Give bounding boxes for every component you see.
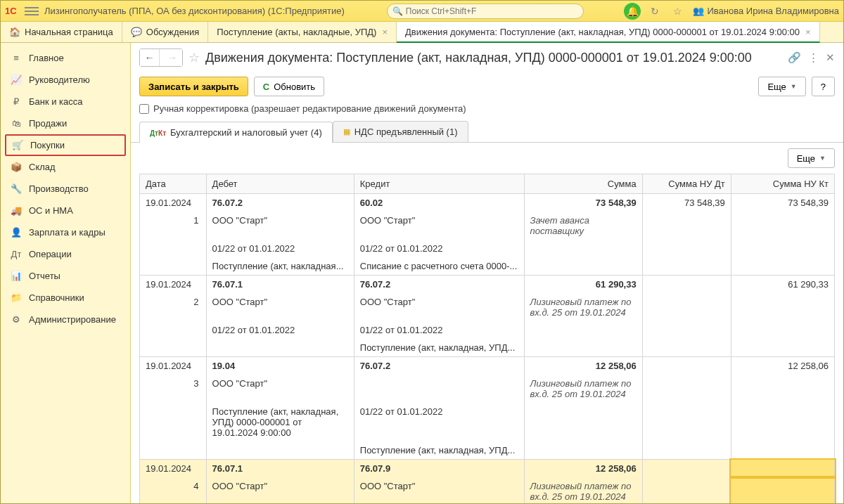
cell-sum-note: Зачет аванса поставщику xyxy=(524,212,642,240)
table-row[interactable]: 1ООО "Старт"ООО "Старт"Зачет аванса пост… xyxy=(140,212,835,240)
table-row[interactable]: 19.01.202476.07.260.0273 548,3973 548,39… xyxy=(140,194,835,212)
sidebar-item[interactable]: 📈Руководителю xyxy=(1,69,130,91)
tab-close-icon[interactable]: × xyxy=(382,27,388,37)
column-header[interactable]: Сумма НУ Кт xyxy=(731,174,834,194)
sidebar-item-icon: 📁 xyxy=(11,292,22,303)
cell-empty xyxy=(731,339,834,357)
column-header[interactable]: Дата xyxy=(140,174,207,194)
column-header[interactable]: Кредит xyxy=(354,174,524,194)
cell-debit-detail: ООО "Старт" xyxy=(206,375,354,403)
favorite-icon[interactable]: ☆ xyxy=(669,3,686,20)
cell-debit-detail: Поступление (акт, накладная, УПД) 0000-0… xyxy=(206,403,354,441)
table-row[interactable]: 19.01.202476.07.176.07.261 290,3361 290,… xyxy=(140,276,835,294)
tab-label: Обсуждения xyxy=(146,27,200,37)
app-tab[interactable]: Движения документа: Поступление (акт, на… xyxy=(397,22,820,43)
cell-empty xyxy=(731,212,834,240)
movements-grid[interactable]: ДатаДебетКредитСуммаСумма НУ ДтСумма НУ … xyxy=(139,174,835,503)
link-icon[interactable]: 🔗 xyxy=(788,51,801,64)
cell-empty xyxy=(642,212,731,240)
cell-debit-detail xyxy=(206,339,354,357)
sidebar-item-icon: ≡ xyxy=(11,53,22,63)
sidebar-item[interactable]: 📊Отчеты xyxy=(1,265,130,287)
cell-nu-kt xyxy=(731,460,834,478)
table-row[interactable]: 2ООО "Старт"ООО "Старт"Лизинговый платеж… xyxy=(140,293,835,321)
table-row[interactable]: Поступление (акт, накладная...Списание с… xyxy=(140,257,835,276)
cell-date: 19.01.2024 xyxy=(140,194,207,212)
sidebar-item[interactable]: ≡Главное xyxy=(1,47,130,69)
cell-empty xyxy=(140,441,207,460)
global-search[interactable]: 🔍 xyxy=(387,4,584,19)
cell-empty xyxy=(642,403,731,441)
grid-wrapper: ДатаДебетКредитСуммаСумма НУ ДтСумма НУ … xyxy=(131,174,843,503)
tab-close-icon[interactable]: × xyxy=(805,27,811,37)
sidebar-item[interactable]: ⚙Администрирование xyxy=(1,309,130,330)
column-header[interactable]: Сумма xyxy=(524,174,642,194)
table-row[interactable]: 4ООО "Старт"ООО "Старт"Лизинговый платеж… xyxy=(140,477,835,503)
app-tab[interactable]: 💬Обсуждения xyxy=(122,22,209,42)
table-row[interactable]: 3ООО "Старт"Лизинговый платеж по вх.д. 2… xyxy=(140,375,835,403)
burger-menu-icon[interactable] xyxy=(25,4,39,18)
close-page-icon[interactable]: ✕ xyxy=(826,51,835,64)
table-row[interactable]: Поступление (акт, накладная, УПД... xyxy=(140,441,835,460)
table-row[interactable]: 19.01.202419.0476.07.212 258,0612 258,06 xyxy=(140,357,835,375)
table-row[interactable]: 01/22 от 01.01.202201/22 от 01.01.2022 xyxy=(140,240,835,257)
grid-more-label: Еще xyxy=(797,153,815,164)
app-tab[interactable]: 🏠Начальная страница xyxy=(1,22,122,42)
toolbar: Записать и закрыть С Обновить Еще ▼ ? xyxy=(131,70,843,103)
table-row[interactable]: 19.01.202476.07.176.07.912 258,06 xyxy=(140,460,835,478)
subtab[interactable]: ▦НДС предъявленный (1) xyxy=(333,121,468,142)
tab-label: Поступление (акты, накладные, УПД) xyxy=(217,27,376,37)
cell-row-number: 2 xyxy=(140,293,207,321)
sidebar-item[interactable]: 🛒Покупки xyxy=(5,134,126,156)
save-and-close-button[interactable]: Записать и закрыть xyxy=(139,77,248,96)
sidebar-item[interactable]: ДтОперации xyxy=(1,243,130,265)
refresh-label: Обновить xyxy=(274,82,315,92)
cell-empty xyxy=(731,375,834,403)
cell-credit-detail: 01/22 от 01.01.2022 xyxy=(354,403,524,441)
manual-correction-checkbox[interactable] xyxy=(139,104,149,114)
help-button[interactable]: ? xyxy=(812,77,835,96)
grid-more-button[interactable]: Еще ▼ xyxy=(788,148,835,168)
cell-debit-detail: 01/22 от 01.01.2022 xyxy=(206,240,354,257)
home-icon: 🏠 xyxy=(9,27,20,37)
chevron-down-icon: ▼ xyxy=(791,83,797,90)
nav-back-button[interactable]: ← xyxy=(140,49,160,66)
cell-empty xyxy=(524,321,642,339)
table-row[interactable]: 01/22 от 01.01.202201/22 от 01.01.2022 xyxy=(140,321,835,339)
subtab[interactable]: ДтКтБухгалтерский и налоговый учет (4) xyxy=(139,122,333,143)
cell-debit-account: 76.07.2 xyxy=(206,194,354,212)
column-header[interactable]: Дебет xyxy=(206,174,354,194)
sidebar-item[interactable]: 📁Справочники xyxy=(1,287,130,309)
notifications-icon[interactable]: 🔔 xyxy=(624,3,641,20)
history-icon[interactable]: ↻ xyxy=(646,3,663,20)
cell-nu-kt: 73 548,39 xyxy=(731,194,834,212)
kebab-menu-icon[interactable]: ⋮ xyxy=(808,51,819,64)
table-row[interactable]: Поступление (акт, накладная, УПД... xyxy=(140,339,835,357)
cell-debit-detail xyxy=(206,441,354,460)
sidebar-item[interactable]: 📦Склад xyxy=(1,156,130,178)
cell-empty xyxy=(642,375,731,403)
sidebar-item-icon: 🛍 xyxy=(11,118,22,129)
sidebar-item[interactable]: 🚚ОС и НМА xyxy=(1,200,130,221)
cell-debit-account: 76.07.1 xyxy=(206,460,354,478)
dk-icon: ДтКт xyxy=(150,129,166,137)
table-row[interactable]: Поступление (акт, накладная, УПД) 0000-0… xyxy=(140,403,835,441)
favorite-star-icon[interactable]: ☆ xyxy=(188,50,200,65)
sidebar-item[interactable]: 🔧Производство xyxy=(1,178,130,200)
user-menu[interactable]: 👥 Иванова Ирина Владимировна xyxy=(693,6,839,16)
sidebar-item-label: Банк и касса xyxy=(29,96,83,107)
cell-date: 19.01.2024 xyxy=(140,357,207,375)
refresh-button[interactable]: С Обновить xyxy=(254,77,324,96)
nav-forward-button[interactable]: → xyxy=(162,49,182,66)
app-tab[interactable]: Поступление (акты, накладные, УПД)× xyxy=(208,22,397,42)
cell-nu-dt: 73 548,39 xyxy=(642,194,731,212)
sidebar-item[interactable]: 👤Зарплата и кадры xyxy=(1,221,130,243)
cell-empty xyxy=(731,293,834,321)
sidebar-item[interactable]: 🛍Продажи xyxy=(1,112,130,134)
search-input[interactable] xyxy=(387,4,584,19)
cell-row-number: 4 xyxy=(140,477,207,503)
cell-empty xyxy=(731,257,834,276)
more-button[interactable]: Еще ▼ xyxy=(758,77,805,96)
column-header[interactable]: Сумма НУ Дт xyxy=(642,174,731,194)
sidebar-item[interactable]: ₽Банк и касса xyxy=(1,91,130,112)
